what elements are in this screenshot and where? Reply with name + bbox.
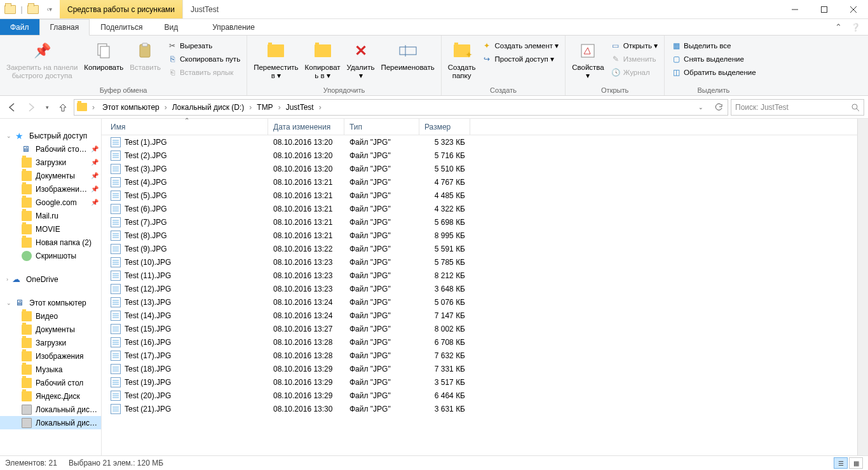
tab-share[interactable]: Поделиться — [90, 19, 153, 35]
new-item-button[interactable]: ✦Создать элемент ▾ — [479, 39, 561, 52]
qat-customize-icon[interactable]: ‹▾ — [42, 2, 57, 17]
chevron-right-icon[interactable]: › — [277, 103, 282, 112]
nav-this-pc[interactable]: ⌄ 🖥 Этот компьютер — [0, 296, 101, 309]
column-type[interactable]: Тип — [344, 119, 419, 135]
paste-shortcut-button[interactable]: ⎗Вставить ярлык — [165, 66, 243, 79]
move-to-button[interactable]: Переместить в ▾ — [251, 38, 301, 81]
navigation-pane[interactable]: ⌄ ★ Быстрый доступ 🖥Рабочий сто…📌Загрузк… — [0, 119, 102, 455]
select-none-button[interactable]: ▢Снять выделение — [668, 53, 759, 65]
nav-item[interactable]: Загрузки📌 — [0, 156, 101, 169]
file-row[interactable]: Test (17).JPG08.10.2016 13:28Файл "JPG"7… — [102, 349, 857, 362]
help-icon[interactable]: ❔ — [851, 23, 860, 32]
recent-locations-button[interactable]: ▾ — [42, 99, 52, 116]
thumbnails-view-button[interactable]: ▦ — [849, 457, 863, 469]
file-row[interactable]: Test (5).JPG08.10.2016 13:21Файл "JPG"4 … — [102, 189, 857, 202]
delete-button[interactable]: ✕ Удалить ▾ — [344, 38, 377, 81]
file-row[interactable]: Test (21).JPG08.10.2016 13:30Файл "JPG"3… — [102, 402, 857, 415]
file-row[interactable]: Test (10).JPG08.10.2016 13:23Файл "JPG"5… — [102, 255, 857, 269]
chevron-down-icon[interactable]: ⌄ — [6, 133, 11, 139]
file-row[interactable]: Test (20).JPG08.10.2016 13:29Файл "JPG"6… — [102, 389, 857, 402]
copy-button[interactable]: Копировать — [81, 38, 126, 73]
column-size[interactable]: Размер — [419, 119, 470, 135]
maximize-button[interactable] — [810, 0, 839, 18]
forward-button[interactable] — [23, 99, 39, 116]
cut-button[interactable]: ✂Вырезать — [165, 39, 243, 52]
column-date[interactable]: Дата изменения — [268, 119, 344, 135]
nav-item[interactable]: 🖥Рабочий сто…📌 — [0, 142, 101, 156]
file-row[interactable]: Test (3).JPG08.10.2016 13:20Файл "JPG"5 … — [102, 162, 857, 175]
chevron-right-icon[interactable]: › — [91, 103, 96, 112]
nav-quick-access[interactable]: ⌄ ★ Быстрый доступ — [0, 129, 101, 142]
scrollbar[interactable] — [857, 119, 868, 455]
address-dropdown-button[interactable]: ⌄ — [693, 104, 709, 111]
file-row[interactable]: Test (2).JPG08.10.2016 13:20Файл "JPG"5 … — [102, 149, 857, 162]
nav-item[interactable]: Рабочий стол — [0, 376, 101, 389]
nav-item[interactable]: Музыка — [0, 363, 101, 376]
nav-item[interactable]: Документы📌 — [0, 169, 101, 182]
minimize-button[interactable] — [780, 0, 810, 18]
paste-button[interactable]: Вставить — [127, 38, 163, 73]
nav-item[interactable]: Документы — [0, 323, 101, 336]
nav-item[interactable]: Локальный дис… — [0, 403, 101, 416]
file-row[interactable]: Test (19).JPG08.10.2016 13:29Файл "JPG"3… — [102, 375, 857, 389]
chevron-right-icon[interactable]: › — [318, 103, 323, 112]
file-row[interactable]: Test (14).JPG08.10.2016 13:24Файл "JPG"7… — [102, 309, 857, 322]
tab-manage[interactable]: Управление — [201, 19, 266, 35]
nav-item[interactable]: Google.com📌 — [0, 196, 101, 209]
history-button[interactable]: 🕓Журнал — [608, 66, 660, 79]
breadcrumb-item[interactable]: JustTest — [282, 100, 318, 115]
tab-view[interactable]: Вид — [153, 19, 189, 35]
select-all-button[interactable]: ▦Выделить все — [668, 39, 759, 52]
nav-item[interactable]: Яндекс.Диск — [0, 389, 101, 403]
file-row[interactable]: Test (15).JPG08.10.2016 13:27Файл "JPG"8… — [102, 322, 857, 335]
chevron-right-icon[interactable]: › — [6, 276, 8, 283]
tab-home[interactable]: Главная — [39, 19, 90, 36]
nav-item[interactable]: Видео — [0, 309, 101, 323]
nav-item[interactable]: Загрузки — [0, 336, 101, 349]
properties-button[interactable]: Свойства ▾ — [569, 38, 607, 81]
chevron-right-icon[interactable]: › — [163, 103, 168, 112]
rename-button[interactable]: Переименовать — [378, 38, 437, 73]
column-name[interactable]: Имя — [105, 119, 268, 135]
file-row[interactable]: Test (1).JPG08.10.2016 13:20Файл "JPG"5 … — [102, 135, 857, 149]
details-view-button[interactable]: ☰ — [834, 457, 848, 469]
close-button[interactable] — [839, 0, 868, 18]
file-row[interactable]: Test (4).JPG08.10.2016 13:21Файл "JPG"4 … — [102, 175, 857, 189]
search-input[interactable]: Поиск: JustTest — [731, 99, 864, 116]
file-list-body[interactable]: Test (1).JPG08.10.2016 13:20Файл "JPG"5 … — [102, 135, 857, 455]
file-row[interactable]: Test (16).JPG08.10.2016 13:28Файл "JPG"6… — [102, 335, 857, 349]
file-row[interactable]: Test (6).JPG08.10.2016 13:21Файл "JPG"4 … — [102, 202, 857, 215]
tab-file[interactable]: Файл — [0, 19, 39, 35]
nav-item[interactable]: Новая папка (2) — [0, 236, 101, 249]
address-box[interactable]: › Этот компьютер›Локальный диск (D:)›TMP… — [74, 99, 728, 116]
easy-access-button[interactable]: ↪Простой доступ ▾ — [479, 53, 561, 65]
edit-button[interactable]: ✎Изменить — [608, 53, 660, 65]
back-button[interactable] — [4, 99, 20, 116]
nav-onedrive[interactable]: › ☁ OneDrive — [0, 272, 101, 286]
file-row[interactable]: Test (12).JPG08.10.2016 13:23Файл "JPG"3… — [102, 282, 857, 295]
copy-path-button[interactable]: ⎘Скопировать путь — [165, 53, 243, 65]
breadcrumb-item[interactable]: Локальный диск (D:) — [168, 100, 248, 115]
pin-to-quick-access-button[interactable]: 📌 Закрепить на панели быстрого доступа — [4, 38, 80, 81]
breadcrumb-item[interactable]: TMP — [253, 100, 276, 115]
file-row[interactable]: Test (9).JPG08.10.2016 13:22Файл "JPG"5 … — [102, 242, 857, 255]
nav-item[interactable]: Скриншоты — [0, 249, 101, 262]
file-row[interactable]: Test (7).JPG08.10.2016 13:21Файл "JPG"5 … — [102, 215, 857, 229]
qat-new-folder-icon[interactable] — [25, 2, 41, 17]
invert-selection-button[interactable]: ◫Обратить выделение — [668, 66, 759, 79]
file-row[interactable]: Test (13).JPG08.10.2016 13:24Файл "JPG"5… — [102, 295, 857, 309]
new-folder-button[interactable]: ✦ Создать папку — [445, 38, 478, 81]
qat-properties-icon[interactable] — [3, 2, 18, 17]
up-button[interactable] — [55, 99, 71, 116]
nav-item[interactable]: Локальный дис… — [0, 416, 101, 429]
nav-item[interactable]: MOVIE — [0, 222, 101, 236]
file-row[interactable]: Test (8).JPG08.10.2016 13:21Файл "JPG"8 … — [102, 229, 857, 242]
chevron-down-icon[interactable]: ⌄ — [6, 300, 11, 306]
copy-to-button[interactable]: Копироват ь в ▾ — [302, 38, 343, 81]
nav-item[interactable]: Изображения — [0, 349, 101, 363]
breadcrumb-item[interactable]: Этот компьютер — [98, 100, 163, 115]
file-row[interactable]: Test (11).JPG08.10.2016 13:23Файл "JPG"8… — [102, 269, 857, 282]
chevron-right-icon[interactable]: › — [248, 103, 253, 112]
file-row[interactable]: Test (18).JPG08.10.2016 13:29Файл "JPG"7… — [102, 362, 857, 375]
nav-item[interactable]: Изображени…📌 — [0, 182, 101, 196]
